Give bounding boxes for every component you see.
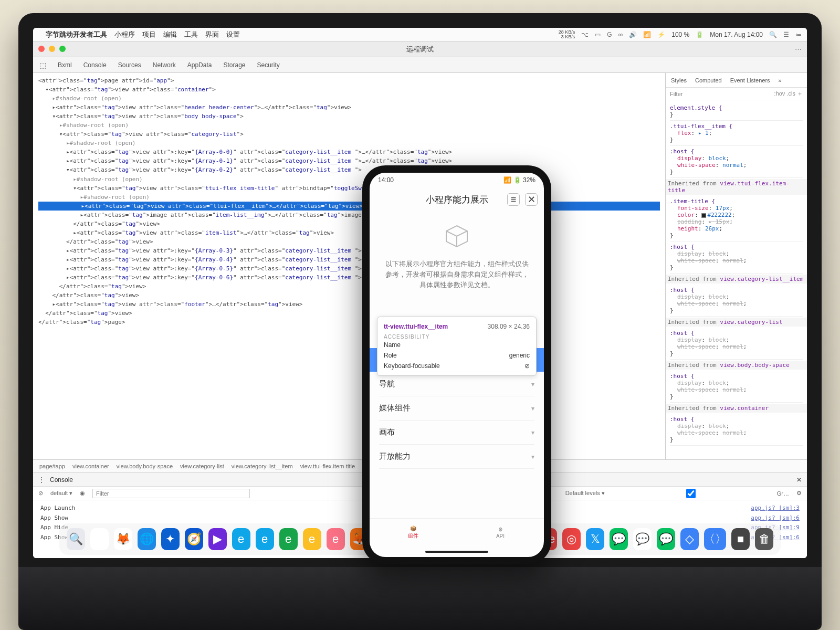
macos-menubar: 字节跳动开发者工具 小程序 项目 编辑 工具 界面 设置 28 KB/s3 KB…	[33, 28, 807, 41]
menubar-status-area: 28 KB/s3 KB/s ⌥ ▭ G ∞ 🔊 📶 ⚡ 100 % 🔋 Mon …	[559, 30, 802, 39]
category-item[interactable]: 画布▾	[379, 421, 534, 445]
menu-item[interactable]: 工具	[184, 30, 198, 39]
crumb[interactable]: view.category-list	[180, 463, 224, 469]
console-levels[interactable]: Default levels ▾	[565, 490, 605, 497]
console-context[interactable]: default ▾	[50, 490, 72, 497]
bluetooth-icon[interactable]: ⚡	[657, 31, 665, 38]
styles-sidebar: Styles Computed Event Listeners » Filter…	[665, 73, 807, 459]
phone-status-icons: 📶 🔋 32%	[503, 176, 536, 184]
dock-app-icon[interactable]: e	[327, 528, 345, 550]
console-title: Console	[50, 476, 73, 484]
crumb[interactable]: view.body.body-space	[117, 463, 173, 469]
dock-app-icon[interactable]: 🔍	[67, 528, 85, 550]
tab-security[interactable]: Security	[257, 61, 279, 69]
tab-more[interactable]: »	[779, 77, 782, 83]
wifi-icon[interactable]: 📶	[643, 31, 651, 38]
window-more-icon[interactable]: ⋯	[795, 45, 802, 53]
menu-icon[interactable]: ≡	[507, 193, 520, 206]
battery-icon[interactable]: 🔋	[696, 31, 704, 38]
battery-percent: 100 %	[671, 31, 689, 38]
spotlight-icon[interactable]: 🔍	[769, 31, 777, 38]
tab-console[interactable]: Console	[83, 61, 107, 69]
dock-app-icon[interactable]: 🌐	[138, 528, 156, 550]
elements-dom-tree[interactable]: <attr">class="tag">page attr">id="app"> …	[33, 73, 665, 459]
tooltip-dimensions: 308.09 × 24.36	[488, 323, 530, 330]
cube-icon	[442, 221, 472, 251]
inspect-element-icon[interactable]: ⬚	[39, 61, 46, 69]
control-center-icon[interactable]: ☰	[783, 31, 789, 38]
tab-sources[interactable]: Sources	[118, 61, 141, 69]
menu-item[interactable]: 编辑	[163, 30, 177, 39]
dock-app-icon[interactable]: 🧭	[185, 528, 203, 550]
menu-item[interactable]: 项目	[142, 30, 156, 39]
menu-item[interactable]: 设置	[226, 30, 240, 39]
laptop-keyboard-deck	[18, 567, 822, 630]
crumb[interactable]: view.category-list__item	[232, 463, 293, 469]
close-button[interactable]	[38, 46, 45, 52]
refresh-icon[interactable]: ∞	[618, 31, 623, 38]
dock-app-icon[interactable]: e	[232, 528, 250, 550]
tab-styles[interactable]: Styles	[671, 77, 687, 83]
minimize-button[interactable]	[49, 46, 55, 52]
display-icon[interactable]: ▭	[595, 31, 601, 38]
app-name[interactable]: 字节跳动开发者工具	[46, 30, 107, 39]
dock-app-icon[interactable]: ▶	[208, 528, 227, 550]
zoom-button[interactable]	[59, 46, 66, 52]
phone-frame: 14:00 📶 🔋 32% 小程序能力展示 ≡ ✕ 以下将展示小程序官方组件能力…	[362, 165, 551, 564]
add-rule-icon[interactable]: ＋	[797, 90, 803, 97]
tab-bxml[interactable]: Bxml	[58, 61, 72, 69]
dock-app-icon[interactable]: ✦	[161, 528, 180, 550]
tab-computed[interactable]: Computed	[695, 77, 722, 83]
google-icon[interactable]: G	[607, 31, 612, 38]
phone-clock: 14:00	[378, 176, 394, 184]
styles-filter-input[interactable]: Filter	[670, 91, 682, 97]
dock-app-icon[interactable]: 💬	[610, 528, 628, 550]
drawer-close-icon[interactable]: ✕	[796, 476, 802, 484]
crumb[interactable]: view.ttui-flex.item-title	[300, 463, 355, 469]
dock-app-icon[interactable]: 🦊	[114, 528, 132, 550]
dock-app-icon[interactable]: 💬	[633, 528, 652, 550]
gesture-bar	[370, 547, 544, 557]
dock-app-icon[interactable]: 〈〉	[704, 528, 726, 550]
styles-tabs: Styles Computed Event Listeners »	[666, 73, 807, 88]
category-item[interactable]: 媒体组件▾	[379, 396, 534, 421]
console-eye-icon[interactable]: ◉	[80, 490, 85, 497]
hov-toggle[interactable]: :hov	[774, 90, 785, 97]
dock-app-icon[interactable]: ■	[731, 528, 750, 550]
volume-icon[interactable]: 🔊	[629, 31, 637, 38]
console-clear-icon[interactable]: ⊘	[38, 490, 43, 497]
dock-app-icon[interactable]: e	[256, 528, 274, 550]
tab-event-listeners[interactable]: Event Listeners	[730, 77, 770, 83]
nav-item[interactable]: ⚙API	[457, 519, 544, 547]
tab-network[interactable]: Network	[153, 61, 176, 69]
tab-appdata[interactable]: AppData	[187, 61, 212, 69]
miniapp-body[interactable]: 以下将展示小程序官方组件能力，组件样式仅供参考，开发者可根据自身需求自定义组件样…	[370, 212, 544, 518]
phone-status-bar: 14:00 📶 🔋 32%	[370, 173, 544, 187]
dock-app-icon[interactable]: ◇	[680, 528, 699, 550]
phone-bottom-nav: 📦组件⚙API	[370, 518, 544, 547]
dock-app-icon[interactable]: 𝕏	[586, 528, 604, 550]
dock-app-icon[interactable]: 💬	[657, 528, 675, 550]
dock-app-icon[interactable]: e	[279, 528, 298, 550]
dock-app-icon[interactable]: e	[303, 528, 321, 550]
tab-storage[interactable]: Storage	[223, 61, 245, 69]
switch-icon[interactable]: ⌥	[581, 31, 589, 38]
console-filter-input[interactable]	[92, 489, 250, 498]
crumb[interactable]: view.container	[72, 463, 109, 469]
cls-toggle[interactable]: .cls	[786, 90, 795, 97]
menu-item[interactable]: 小程序	[114, 30, 135, 39]
notifications-icon[interactable]: ≔	[795, 31, 802, 38]
console-group-checkbox[interactable]	[612, 489, 770, 498]
category-item[interactable]: 开放能力▾	[379, 445, 534, 469]
dock-app-icon[interactable]: ◎	[562, 528, 581, 550]
menu-item[interactable]: 界面	[205, 30, 219, 39]
dock-app-icon[interactable]: 🗑	[755, 528, 773, 550]
css-rules-list[interactable]: element.style {}….ttui-flex__item {flex:…	[666, 100, 807, 459]
drawer-toggle-icon[interactable]: ⋮	[38, 476, 45, 484]
nav-item[interactable]: 📦组件	[370, 519, 457, 547]
dock-app-icon[interactable]: C	[90, 528, 109, 550]
close-icon[interactable]: ✕	[525, 193, 538, 206]
clock[interactable]: Mon 17. Aug 14:00	[710, 31, 763, 38]
crumb[interactable]: page#app	[39, 463, 65, 469]
console-settings-icon[interactable]: ⚙	[796, 490, 802, 497]
